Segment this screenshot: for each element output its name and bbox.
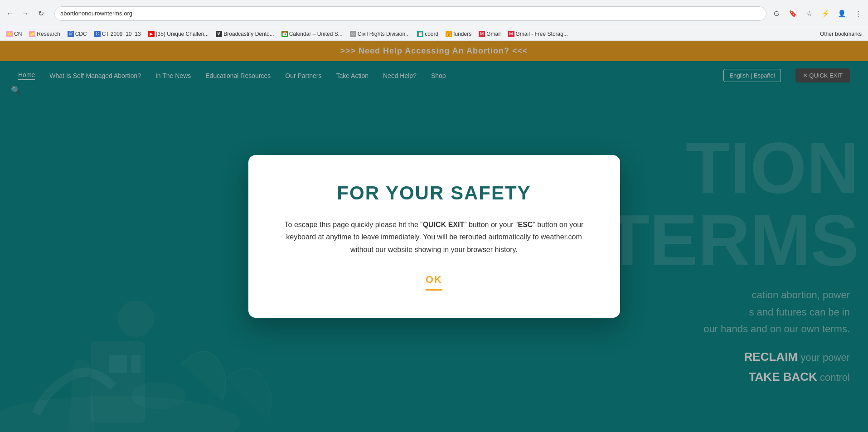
other-bookmarks[interactable]: Other bookmarks — [817, 30, 864, 38]
browser-chrome: ← → ↻ abortiononourownterms.org G 🔖 ☆ ⚡ … — [0, 0, 868, 27]
bookmark-broadcastify-label: Broadcastify Dento... — [223, 31, 274, 37]
browser-nav: ← → ↻ — [4, 7, 47, 20]
bookmark-research-label: Research — [37, 31, 60, 37]
bookmark-funders[interactable]: 💰 funders — [443, 30, 474, 38]
bookmark-cn-label: CN — [14, 31, 22, 37]
bookmark-gmail2-label: Gmail - Free Storag... — [516, 31, 568, 37]
bookmark-coord[interactable]: 📋 coord — [414, 30, 441, 38]
modal-overlay: FOR YOUR SAFETY To escape this page quic… — [0, 41, 868, 432]
bookmark-civilrights-icon: ⚖ — [350, 31, 356, 37]
bookmark-cdc-label: CDC — [75, 31, 87, 37]
bookmark-coord-label: coord — [425, 31, 438, 37]
modal-body: To escape this page quickly please hit t… — [285, 218, 584, 256]
bookmark-research-icon: 📁 — [29, 31, 35, 37]
bookmark-calendar[interactable]: 📅 Calendar – United S... — [279, 30, 345, 38]
bookmark-calendar-icon: 📅 — [281, 31, 288, 37]
bookmark-cdc-icon: 🏛 — [68, 31, 74, 37]
bookmark-youtube-label: (35) Unique Challen... — [156, 31, 209, 37]
modal-ok-button[interactable]: OK — [426, 274, 442, 291]
bookmark-civilrights-label: Civil Rights Division... — [358, 31, 410, 37]
other-bookmarks-label: Other bookmarks — [820, 31, 862, 37]
bookmark-gmail[interactable]: M Gmail — [476, 30, 503, 38]
modal-esc-text: ESC — [518, 221, 533, 228]
bookmark-cdc[interactable]: 🏛 CDC — [65, 30, 90, 38]
bookmark-gmail2[interactable]: M Gmail - Free Storag... — [505, 30, 571, 38]
bookmark-bar: ⭐ CN 📁 Research 🏛 CDC C CT 2009_10_13 ▶ … — [0, 27, 868, 41]
google-icon[interactable]: G — [770, 7, 783, 20]
forward-button[interactable]: → — [19, 7, 32, 20]
bookmark-broadcastify-icon: 🎙 — [216, 31, 222, 37]
reload-button[interactable]: ↻ — [34, 7, 47, 20]
bookmark-cn[interactable]: ⭐ CN — [4, 30, 24, 38]
browser-actions: G 🔖 ☆ ⚡ 👤 ⋮ — [770, 7, 864, 20]
bookmark-ct-label: CT 2009_10_13 — [102, 31, 141, 37]
modal-body-part2: ” button or your “ — [464, 221, 518, 228]
bookmark-icon[interactable]: 🔖 — [786, 7, 799, 20]
modal-body-part1: To escape this page quickly please hit t… — [285, 221, 423, 228]
bookmark-youtube-icon: ▶ — [148, 31, 155, 37]
modal-title: FOR YOUR SAFETY — [285, 182, 584, 204]
star-icon[interactable]: ☆ — [803, 7, 815, 20]
bookmark-funders-icon: 💰 — [446, 31, 452, 37]
bookmark-funders-label: funders — [453, 31, 471, 37]
bookmark-gmail2-icon: M — [508, 31, 514, 37]
bookmark-youtube[interactable]: ▶ (35) Unique Challen... — [145, 30, 212, 38]
bookmark-ct[interactable]: C CT 2009_10_13 — [92, 30, 144, 38]
bookmark-civilrights[interactable]: ⚖ Civil Rights Division... — [347, 30, 412, 38]
address-bar[interactable]: abortiononourownterms.org — [54, 6, 766, 21]
bookmark-ct-icon: C — [94, 31, 101, 37]
profile-icon[interactable]: 👤 — [835, 7, 848, 20]
extensions-icon[interactable]: ⚡ — [819, 7, 832, 20]
bookmark-calendar-label: Calendar – United S... — [289, 31, 343, 37]
modal-quick-exit-text: QUICK EXIT — [423, 221, 465, 228]
bookmark-gmail-icon: M — [479, 31, 485, 37]
bookmark-gmail-label: Gmail — [486, 31, 500, 37]
menu-icon[interactable]: ⋮ — [852, 7, 864, 20]
safety-modal: FOR YOUR SAFETY To escape this page quic… — [248, 155, 620, 318]
back-button[interactable]: ← — [4, 7, 16, 20]
bookmark-cn-icon: ⭐ — [6, 31, 13, 37]
url-text: abortiononourownterms.org — [60, 10, 132, 17]
bookmark-research[interactable]: 📁 Research — [26, 30, 63, 38]
bookmark-coord-icon: 📋 — [417, 31, 423, 37]
website: >>> Need Help Accessing An Abortion? <<<… — [0, 41, 868, 432]
bookmark-broadcastify[interactable]: 🎙 Broadcastify Dento... — [213, 30, 276, 38]
